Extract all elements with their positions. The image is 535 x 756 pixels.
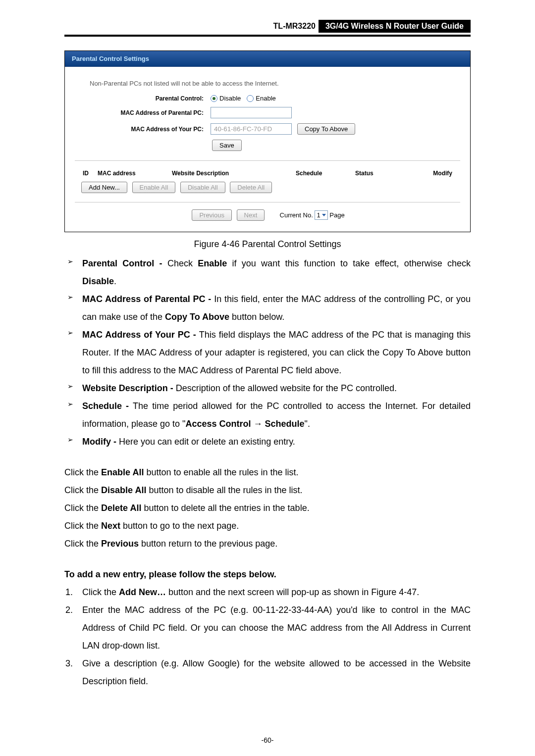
separator-1 bbox=[75, 160, 460, 161]
list-item: Enter the MAC address of the PC (e.g. 00… bbox=[64, 601, 471, 655]
plain-line: Click the Delete All button to delete al… bbox=[64, 499, 471, 517]
page-select[interactable]: 1 bbox=[315, 210, 327, 220]
separator-2 bbox=[75, 202, 460, 202]
list-item: MAC Address of Your PC - This field disp… bbox=[64, 326, 471, 379]
radio-enable-label: Enable bbox=[256, 95, 275, 102]
list-item: Parental Control - Check Enable if you w… bbox=[64, 254, 471, 290]
radio-enable[interactable] bbox=[247, 95, 254, 102]
copy-to-above-button[interactable]: Copy To Above bbox=[297, 123, 355, 135]
list-item: Give a description (e.g. Allow Google) f… bbox=[64, 655, 471, 690]
row-mac-parental: MAC Address of Parental PC: bbox=[80, 104, 455, 121]
list-item: Click the Add New… button and the next s… bbox=[64, 583, 471, 601]
list-item: Modify - Here you can edit or delete an … bbox=[64, 433, 471, 451]
enable-all-button[interactable]: Enable All bbox=[132, 182, 176, 193]
next-button[interactable]: Next bbox=[237, 209, 265, 221]
figure-caption: Figure 4-46 Parental Control Settings bbox=[64, 239, 471, 250]
steps-title: To add a new entry, please follow the st… bbox=[64, 565, 471, 583]
disable-all-button[interactable]: Disable All bbox=[180, 182, 225, 193]
radio-disable-label: Disable bbox=[219, 95, 241, 102]
table-header: ID MAC address Website Description Sched… bbox=[80, 168, 455, 179]
model-label: TL-MR3220 bbox=[64, 20, 319, 33]
col-modify: Modify bbox=[400, 170, 452, 177]
col-id: ID bbox=[83, 170, 98, 177]
panel-title: Parental Control Settings bbox=[65, 51, 470, 67]
save-button[interactable]: Save bbox=[212, 140, 242, 151]
label-mac-parental: MAC Address of Parental PC: bbox=[80, 109, 211, 116]
col-status: Status bbox=[355, 170, 400, 177]
col-desc: Website Description bbox=[172, 170, 296, 177]
input-mac-your[interactable] bbox=[211, 123, 292, 135]
radio-disable[interactable] bbox=[211, 95, 217, 102]
row-save: Save bbox=[80, 137, 455, 153]
plain-line: Click the Previous button return to the … bbox=[64, 535, 471, 553]
chevron-down-icon bbox=[322, 214, 326, 216]
previous-button[interactable]: Previous bbox=[192, 209, 232, 221]
row-mac-your: MAC Address of Your PC: Copy To Above bbox=[80, 121, 455, 137]
page-number: -60- bbox=[0, 736, 535, 744]
list-item: Website Description - Description of the… bbox=[64, 379, 471, 397]
current-no-label: Current No. bbox=[280, 211, 313, 219]
label-mac-your: MAC Address of Your PC: bbox=[80, 126, 211, 133]
delete-all-button[interactable]: Delete All bbox=[230, 182, 272, 193]
header-rule bbox=[64, 35, 471, 37]
table-button-row: Add New... Enable All Disable All Delete… bbox=[80, 179, 455, 195]
list-item: Schedule - The time period allowed for t… bbox=[64, 397, 471, 433]
col-mac: MAC address bbox=[98, 170, 172, 177]
note-text: Non-Parental PCs not listed will not be … bbox=[80, 76, 455, 92]
add-new-button[interactable]: Add New... bbox=[81, 182, 127, 193]
bullet-list: Parental Control - Check Enable if you w… bbox=[64, 254, 471, 451]
page-header: TL-MR3220 3G/4G Wireless N Router User G… bbox=[64, 20, 471, 33]
input-mac-parental[interactable] bbox=[211, 107, 292, 118]
numbered-list: Click the Add New… button and the next s… bbox=[64, 583, 471, 690]
plain-line: Click the Disable All button to disable … bbox=[64, 481, 471, 499]
page-select-value: 1 bbox=[317, 211, 320, 219]
page-label: Page bbox=[329, 211, 344, 219]
plain-line: Click the Next button to go to the next … bbox=[64, 517, 471, 535]
label-parental-control: Parental Control: bbox=[80, 95, 211, 102]
row-parental-control: Parental Control: Disable Enable bbox=[80, 92, 455, 104]
col-sched: Schedule bbox=[296, 170, 355, 177]
list-item: MAC Address of Parental PC - In this fie… bbox=[64, 290, 471, 326]
router-settings-panel: Parental Control Settings Non-Parental P… bbox=[64, 50, 471, 232]
pager: Previous Next Current No. 1 Page bbox=[80, 209, 455, 223]
guide-title: 3G/4G Wireless N Router User Guide bbox=[319, 20, 471, 33]
plain-line: Click the Enable All button to enable al… bbox=[64, 463, 471, 481]
